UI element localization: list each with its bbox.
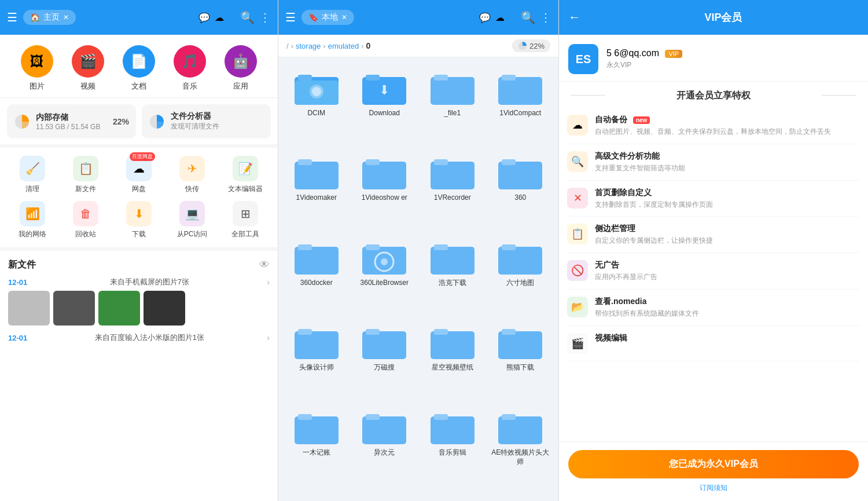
folder-xingkong[interactable]: 星空视频壁纸 bbox=[419, 317, 486, 401]
folder-AE[interactable]: AE特效视频片头大师 bbox=[487, 403, 554, 495]
svg-rect-48 bbox=[498, 416, 542, 444]
analysis-icon: 🔍 bbox=[567, 151, 588, 172]
benefit-nomedia[interactable]: 📂 查看.nomedia 帮你找到所有系统隐藏的媒体文件 bbox=[567, 290, 860, 326]
svg-rect-23 bbox=[502, 159, 516, 165]
folder-xiongmao[interactable]: 熊猫下载 bbox=[487, 317, 554, 401]
folder-icon-haoke bbox=[429, 239, 476, 276]
folder-label-yinyuejianji: 音乐剪辑 bbox=[439, 448, 466, 458]
category-pics[interactable]: 🖼 图片 bbox=[21, 45, 53, 92]
tool-download[interactable]: ⬇ 下载 bbox=[112, 201, 165, 239]
left-tab-close[interactable]: ✕ bbox=[63, 13, 69, 21]
benefit-homepage[interactable]: ✕ 首页删除自定义 支持删除首页，深度定制专属操作页面 bbox=[567, 181, 860, 217]
folder-1VidCompact[interactable]: 1VidCompact bbox=[487, 63, 554, 147]
svg-rect-46 bbox=[431, 416, 475, 444]
tool-netdisk[interactable]: ☁ 百度网盘 网盘 bbox=[112, 156, 165, 194]
svg-rect-32 bbox=[498, 247, 542, 275]
benefit-analysis[interactable]: 🔍 高级文件分析功能 支持重复文件智能筛选等功能 bbox=[567, 144, 860, 181]
middle-chat-icon: 💬 bbox=[479, 12, 491, 23]
middle-header-actions: 💬 ☁ 🔍 ⋮ bbox=[479, 10, 551, 24]
subscribe-link[interactable]: 订阅须知 bbox=[568, 483, 859, 493]
file-date-row-1[interactable]: 12-01 来自手机截屏的图片7张 › bbox=[8, 277, 270, 287]
clean-icon: 🧹 bbox=[20, 156, 45, 181]
vip-join-button[interactable]: 您已成为永久VIP会员 bbox=[568, 450, 859, 478]
left-search-icon[interactable]: 🔍 bbox=[240, 10, 255, 24]
folder-yiciyuan[interactable]: 异次元 bbox=[351, 403, 418, 495]
category-app[interactable]: 🤖 应用 bbox=[225, 45, 257, 92]
breadcrumb-storage[interactable]: storage bbox=[296, 42, 321, 50]
vip-sub-label: 永久VIP bbox=[606, 60, 859, 70]
folder-360docker[interactable]: 360docker bbox=[283, 233, 350, 316]
internal-storage-card[interactable]: 内部存储 11.53 GB / 51.54 GB 22% bbox=[7, 104, 136, 138]
tool-newfile[interactable]: 📋 新文件 bbox=[59, 156, 112, 194]
left-more-icon[interactable]: ⋮ bbox=[259, 10, 271, 24]
folder-haoke[interactable]: 浩克下载 bbox=[419, 233, 486, 316]
file-date-row-2[interactable]: 12-01 来自百度输入法小米版的图片1张 › bbox=[8, 332, 270, 343]
folder-360LiteBrowser[interactable]: 360LiteBrowser bbox=[351, 233, 418, 316]
category-doc[interactable]: 📄 文档 bbox=[123, 45, 155, 92]
folder-label-yiciyuan: 异次元 bbox=[374, 448, 395, 458]
tool-clean[interactable]: 🧹 清理 bbox=[6, 156, 59, 194]
folder-yinyuejianji[interactable]: 音乐剪辑 bbox=[419, 403, 486, 495]
app-label: 应用 bbox=[233, 81, 248, 92]
nomedia-icon: 📂 bbox=[567, 297, 588, 317]
analyzer-desc: 发现可清理文件 bbox=[171, 122, 264, 131]
folder-icon-1Videoshow bbox=[361, 153, 407, 191]
folder-file1[interactable]: _file1 bbox=[419, 63, 486, 147]
folder-label-touxiang: 头像设计师 bbox=[299, 363, 334, 372]
tool-alltools[interactable]: ⊞ 全部工具 bbox=[219, 201, 272, 239]
folder-label-360: 360 bbox=[514, 193, 526, 203]
middle-menu-icon[interactable]: ☰ bbox=[285, 10, 296, 24]
folder-1VRecorder[interactable]: 1VRecorder bbox=[419, 148, 486, 231]
tool-mynet[interactable]: 📶 我的网络 bbox=[6, 201, 59, 239]
benefit-videoedit[interactable]: 🎬 视频编辑 bbox=[567, 326, 860, 361]
folder-DCIM[interactable]: DCIM bbox=[283, 63, 350, 147]
svg-rect-12 bbox=[431, 77, 475, 105]
middle-more-icon[interactable]: ⋮ bbox=[540, 10, 551, 24]
folder-icon-yimu bbox=[293, 408, 340, 446]
folder-1Videomaker[interactable]: 1Videomaker bbox=[283, 148, 350, 231]
left-panel: ☰ 🏠 主页 ✕ 💬 ☁ 🔍 ⋮ 🖼 图片 🎬 视频 📄 文档 🎵 音乐 bbox=[0, 0, 278, 501]
left-tab-home[interactable]: 🏠 主页 ✕ bbox=[23, 10, 76, 25]
folder-wancisou[interactable]: 万磁搜 bbox=[351, 317, 418, 401]
svg-rect-14 bbox=[498, 77, 542, 105]
tool-transfer[interactable]: ✈ 快传 bbox=[165, 156, 219, 194]
folder-Download[interactable]: ⬇ Download bbox=[351, 63, 418, 147]
folder-1Videoshow[interactable]: 1Videoshow er bbox=[351, 148, 418, 231]
category-video[interactable]: 🎬 视频 bbox=[72, 45, 104, 92]
middle-cloud-icon: ☁ bbox=[495, 12, 505, 23]
tool-texteditor[interactable]: 📝 文本编辑器 bbox=[219, 156, 272, 194]
nomedia-text: 查看.nomedia 帮你找到所有系统隐藏的媒体文件 bbox=[595, 297, 860, 319]
benefit-sidebar[interactable]: 📋 侧边栏管理 自定义你的专属侧边栏，让操作更快捷 bbox=[567, 217, 860, 253]
benefit-backup[interactable]: ☁ 自动备份 new 自动把图片、视频、音频、文件夹保存到云盘，释放本地空间，防… bbox=[567, 108, 860, 144]
file-analyzer-card[interactable]: 文件分析器 发现可清理文件 bbox=[142, 104, 271, 138]
breadcrumb-emulated[interactable]: emulated bbox=[328, 42, 359, 50]
folder-touxiang[interactable]: 头像设计师 bbox=[283, 317, 350, 401]
left-menu-icon[interactable]: ☰ bbox=[7, 10, 17, 24]
middle-tab-local[interactable]: 🔖 本地 ✕ bbox=[301, 10, 354, 25]
middle-search-icon[interactable]: 🔍 bbox=[521, 10, 535, 24]
svg-rect-22 bbox=[498, 162, 542, 189]
mynet-icon: 📶 bbox=[20, 201, 45, 226]
middle-tab-close[interactable]: ✕ bbox=[341, 13, 347, 21]
left-cloud-icon: ☁ bbox=[215, 12, 224, 23]
folder-label-360LiteBrowser: 360LiteBrowser bbox=[361, 279, 409, 288]
svg-point-8 bbox=[312, 87, 321, 96]
eye-icon[interactable]: 👁 bbox=[259, 259, 270, 271]
category-music[interactable]: 🎵 音乐 bbox=[174, 45, 206, 92]
folder-label-1VRecorder: 1VRecorder bbox=[434, 193, 471, 203]
folder-icon-yiciyuan bbox=[361, 408, 407, 446]
back-button[interactable]: ← bbox=[568, 10, 581, 25]
benefit-noad[interactable]: 🚫 无广告 应用内不再显示广告 bbox=[567, 253, 860, 290]
folder-liucun[interactable]: 六寸地图 bbox=[487, 233, 554, 316]
file-date-1: 12-01 bbox=[8, 278, 27, 287]
alltools-icon: ⊞ bbox=[233, 201, 258, 226]
svg-rect-36 bbox=[362, 331, 406, 359]
folder-360[interactable]: 360 bbox=[487, 148, 554, 231]
tool-pcaccess[interactable]: 💻 从PC访问 bbox=[165, 201, 219, 239]
tool-recycle[interactable]: 🗑 回收站 bbox=[59, 201, 112, 239]
noad-name: 无广告 bbox=[595, 260, 860, 270]
folder-yimu[interactable]: 一木记账 bbox=[283, 403, 350, 495]
thumb-1 bbox=[8, 291, 50, 326]
folder-icon-xiongmao bbox=[497, 323, 543, 361]
storage-row: 内部存储 11.53 GB / 51.54 GB 22% 文件分析器 发现可清理… bbox=[0, 98, 278, 144]
